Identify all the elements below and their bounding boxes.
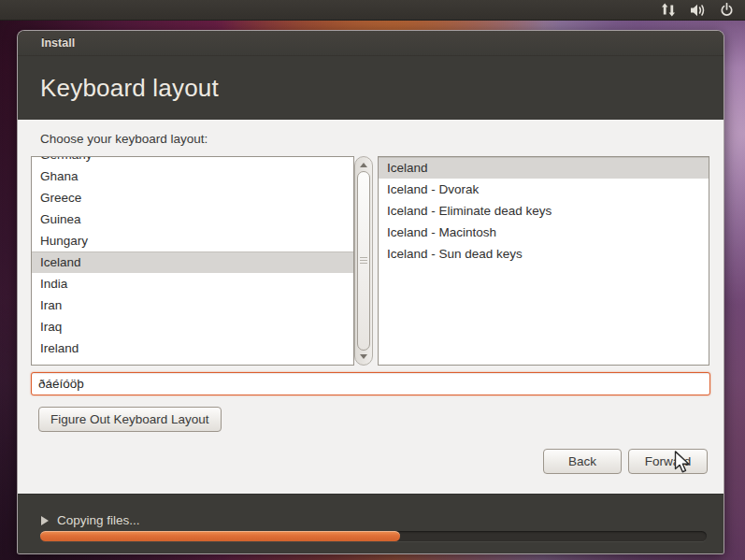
list-item[interactable]: Guinea xyxy=(32,208,353,230)
list-item[interactable]: Iceland - Dvorak xyxy=(379,179,709,200)
keyboard-test-input[interactable] xyxy=(31,372,710,395)
volume-icon[interactable] xyxy=(690,4,706,17)
variant-list[interactable]: Iceland Iceland - Dvorak Iceland - Elimi… xyxy=(378,156,709,366)
country-list[interactable]: Germany Ghana Greece Guinea Hungary Icel… xyxy=(31,156,354,366)
list-item[interactable]: Iceland - Eliminate dead keys xyxy=(379,200,709,222)
top-panel xyxy=(0,0,745,21)
scrollbar-grip-icon xyxy=(360,257,367,265)
scrollbar-thumb[interactable] xyxy=(357,171,370,351)
step-header: Keyboard layout xyxy=(18,56,724,120)
scroll-up-icon[interactable] xyxy=(360,163,367,167)
page-title: Keyboard layout xyxy=(40,74,219,103)
list-item[interactable]: Israel xyxy=(32,359,353,366)
list-item-selected[interactable]: Iceland xyxy=(379,157,709,179)
list-item[interactable]: Iraq xyxy=(32,316,353,337)
progress-bar-fill xyxy=(40,531,400,541)
list-item[interactable]: Greece xyxy=(32,187,353,208)
install-window: Install Keyboard layout Choose your keyb… xyxy=(17,30,724,554)
country-list-scrollbar[interactable] xyxy=(354,156,373,366)
content-area: Choose your keyboard layout: Germany Gha… xyxy=(18,120,724,494)
list-item[interactable]: Iceland - Sun dead keys xyxy=(379,243,709,265)
list-item[interactable]: Iran xyxy=(32,294,353,316)
list-item[interactable]: Ghana xyxy=(32,165,353,187)
list-item[interactable]: Iceland - Macintosh xyxy=(379,222,709,243)
window-title: Install xyxy=(41,36,75,50)
scroll-down-icon[interactable] xyxy=(360,354,367,359)
network-icon[interactable] xyxy=(661,3,676,17)
list-item[interactable]: Germany xyxy=(32,156,353,165)
window-titlebar[interactable]: Install xyxy=(18,31,724,56)
list-item[interactable]: Ireland xyxy=(32,337,353,359)
list-item[interactable]: India xyxy=(32,273,353,294)
figure-out-layout-button[interactable]: Figure Out Keyboard Layout xyxy=(38,407,222,432)
progress-panel: Copying files... xyxy=(18,494,724,553)
expander-arrow-icon xyxy=(41,516,49,525)
power-icon[interactable] xyxy=(720,3,734,17)
choose-layout-label: Choose your keyboard layout: xyxy=(40,132,208,146)
progress-expander[interactable]: Copying files... xyxy=(41,513,140,527)
back-button[interactable]: Back xyxy=(543,449,622,474)
list-item-selected[interactable]: Iceland xyxy=(32,251,353,273)
progress-status-label: Copying files... xyxy=(57,513,140,527)
forward-button[interactable]: Forward xyxy=(628,449,708,474)
list-item[interactable]: Hungary xyxy=(32,230,353,251)
progress-bar xyxy=(40,531,707,541)
